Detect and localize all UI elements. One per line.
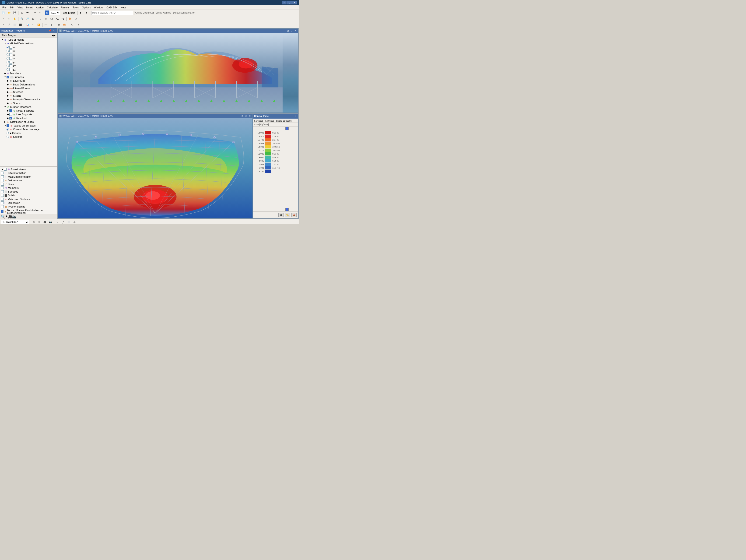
select-all-btn[interactable]: ⬚	[6, 17, 12, 21]
checkbox-result-values[interactable]	[4, 168, 6, 171]
tree-phix[interactable]: φx	[0, 60, 57, 64]
tree-dimension[interactable]: ⟷ Dimension	[0, 201, 57, 205]
checkbox-phiy[interactable]	[9, 64, 12, 67]
radio-phix[interactable]	[6, 61, 9, 63]
checkbox-dimension[interactable]	[1, 201, 4, 204]
bt-icon-2[interactable]: 👁	[37, 220, 42, 224]
radio-uy[interactable]	[6, 53, 9, 56]
checkbox-resultant[interactable]: ✓	[9, 117, 12, 119]
vp2-close-btn[interactable]: ✕	[248, 114, 252, 118]
expand-icon[interactable]: ▶	[4, 120, 6, 123]
vp1-max-btn[interactable]: □	[290, 29, 293, 32]
nav-close-button[interactable]: ✕	[52, 29, 56, 32]
expand-icon[interactable]: ▶	[6, 94, 9, 97]
nav-arrow-right[interactable]: ▶	[54, 34, 56, 37]
deform-btn[interactable]: 〰	[31, 23, 36, 27]
tree-strains[interactable]: ▶ ≈ Strains	[0, 94, 57, 97]
tree-lines[interactable]: ╱ Lines	[0, 182, 57, 186]
menu-window[interactable]: Window	[93, 6, 105, 9]
expand-icon[interactable]: ▶	[6, 98, 9, 101]
vp2-max-btn[interactable]: □	[245, 114, 248, 118]
label-btn[interactable]: A	[69, 23, 74, 27]
zoom-in-btn[interactable]: 🔍	[19, 17, 25, 21]
checkbox-nodal[interactable]: ✓	[9, 109, 12, 112]
calc-button[interactable]: ▶	[78, 10, 84, 15]
checkbox-type-display[interactable]	[1, 205, 4, 208]
tree-values-on-surfaces-nb[interactable]: σ Values on Surfaces	[0, 197, 57, 201]
display-props-btn[interactable]: ⚙	[56, 23, 61, 27]
tree-max-min-information[interactable]: ↕ Max/Min Information	[0, 175, 57, 178]
checkbox-lines[interactable]	[1, 183, 4, 186]
tree-title-information[interactable]: T Title Information	[0, 171, 57, 175]
rotate-btn[interactable]: ↻	[38, 17, 43, 21]
checkbox-uy[interactable]	[9, 53, 12, 56]
radio-current-selection[interactable]	[6, 128, 9, 131]
expand-icon[interactable]: ▶	[6, 113, 9, 116]
tree-internal-forces[interactable]: ▶ ⟹ Internal Forces	[0, 86, 57, 90]
zoom-out-btn[interactable]: 🔎	[25, 17, 30, 21]
menu-insert[interactable]: Insert	[25, 6, 34, 9]
coord-system-selector[interactable]: 1 - Global XYZ	[1, 220, 29, 224]
tree-phiy[interactable]: φy	[0, 64, 57, 68]
tree-ux[interactable]: ux	[0, 49, 57, 53]
animation-btn[interactable]: ▶️	[36, 23, 41, 27]
tree-resultant[interactable]: ▶ ✓ ⊛ Resultant	[0, 116, 57, 120]
vp2-restore-btn[interactable]: ⊟	[241, 114, 244, 118]
menu-edit[interactable]: Edit	[8, 6, 16, 9]
viewport-top[interactable]: ⊞ WAGG-CARP-ES01-W-SR_without_results 1.…	[58, 28, 298, 113]
checkbox-uz[interactable]	[9, 57, 12, 60]
tree-line-supports[interactable]: ▶ ⊟ Line Supports	[0, 113, 57, 116]
maximize-button[interactable]: □	[287, 1, 292, 4]
checkbox-line-supports[interactable]	[9, 113, 12, 116]
checkbox-values-surfaces[interactable]: ✓	[6, 124, 9, 127]
nav-pin-button[interactable]: 📌	[48, 29, 52, 32]
expand-icon[interactable]: ▶	[6, 109, 9, 112]
checkbox-members-nb[interactable]	[1, 187, 4, 189]
vp1-restore-btn[interactable]: ⊟	[286, 29, 290, 32]
expand-icon[interactable]: ▶	[9, 132, 12, 135]
checkbox-surfaces[interactable]: ✓	[6, 76, 9, 78]
tree-members-nb[interactable]: ⊟ Members	[0, 186, 57, 190]
view-yz-btn[interactable]: YZ	[60, 17, 65, 21]
tree-current-selection[interactable]: σ Current Selection: σx,+	[0, 128, 57, 131]
expand-icon[interactable]: ▶	[6, 90, 9, 93]
tree-uy[interactable]: uy	[0, 53, 57, 56]
checkbox-solids[interactable]	[1, 194, 4, 197]
tree-deformation[interactable]: 〰 Deformation	[0, 178, 57, 182]
menu-assign[interactable]: Assign	[34, 6, 45, 9]
tree-members[interactable]: ▶ ⊞ Members	[0, 72, 57, 75]
tree-uz[interactable]: uz	[0, 56, 57, 60]
select-btn[interactable]: ↖	[1, 17, 6, 21]
wire-btn[interactable]: ⬡	[73, 17, 78, 21]
expand-icon-surfaces[interactable]: ▼	[4, 76, 6, 78]
line-btn[interactable]: ╱	[6, 23, 12, 27]
radio-abs-u[interactable]	[6, 46, 9, 48]
open-button[interactable]: 📂	[6, 10, 12, 15]
radio-phiz[interactable]	[6, 68, 9, 71]
cp-export-btn[interactable]: 📤	[291, 213, 296, 217]
checkbox-phix[interactable]	[9, 61, 12, 63]
tree-global-deformations[interactable]: ▼ ⟳ Global Deformations	[0, 41, 57, 45]
expand-icon[interactable]: ▶	[6, 79, 9, 82]
expand-icon[interactable]: ▼	[4, 124, 6, 127]
tree-solids[interactable]: ⬛ Solids	[0, 194, 57, 197]
menu-view[interactable]: View	[16, 6, 25, 9]
tree-surfaces[interactable]: ▼ ✓ ⬜ Surfaces	[0, 75, 57, 79]
menu-file[interactable]: File	[1, 6, 8, 9]
save-button[interactable]: 💾	[12, 10, 17, 15]
dimension-btn[interactable]: ⟷	[75, 23, 80, 27]
tree-type-of-display[interactable]: ▦ Type of display	[0, 205, 57, 208]
radio-groups[interactable]	[6, 132, 9, 134]
scale-auto-btn[interactable]: ⟺	[44, 23, 49, 27]
expand-icon[interactable]: ▶	[6, 87, 9, 90]
bt-snap-4[interactable]: ◎	[72, 220, 77, 224]
menu-tools[interactable]: Tools	[71, 6, 80, 9]
tree-local-deformations[interactable]: ▶ 〰 Local Deformations	[0, 83, 57, 86]
expand-icon[interactable]: ▶	[1, 168, 4, 171]
tree-stresses[interactable]: ▶ ⟹ Stresses	[0, 90, 57, 94]
tree-values-on-surfaces[interactable]: ▼ ✓ ⊞ Values on Surfaces	[0, 124, 57, 128]
cp-settings-btn[interactable]: ⚙	[278, 213, 284, 217]
tree-groups[interactable]: ▶ Groups	[0, 131, 57, 135]
checkbox-title-info[interactable]	[1, 172, 4, 174]
tree-isotropic[interactable]: ▶ ⊚ Isotropic Characteristics	[0, 97, 57, 101]
